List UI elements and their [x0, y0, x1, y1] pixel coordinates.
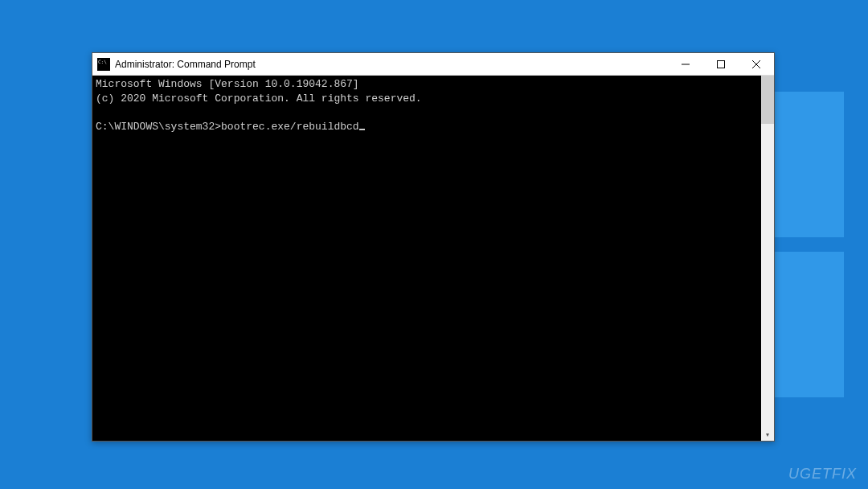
terminal-command: bootrec.exe/rebuildbcd — [221, 121, 359, 133]
titlebar[interactable]: Administrator: Command Prompt — [92, 53, 774, 76]
svg-rect-1 — [718, 60, 725, 68]
maximize-button[interactable] — [703, 53, 739, 75]
window-controls — [668, 53, 774, 75]
terminal-output[interactable]: Microsoft Windows [Version 10.0.19042.86… — [92, 76, 761, 441]
cursor-icon — [359, 129, 365, 130]
window-title: Administrator: Command Prompt — [115, 59, 668, 70]
terminal-area: Microsoft Windows [Version 10.0.19042.86… — [92, 76, 774, 441]
command-prompt-window: Administrator: Command Prompt Microsoft … — [92, 52, 775, 442]
minimize-button[interactable] — [668, 53, 703, 75]
vertical-scrollbar[interactable]: ▾ — [761, 76, 774, 441]
terminal-prompt: C:\WINDOWS\system32> — [96, 121, 221, 133]
cmd-icon — [97, 58, 110, 71]
maximize-icon — [717, 60, 725, 68]
minimize-icon — [682, 60, 690, 68]
close-icon — [752, 60, 760, 68]
scrollbar-down-arrow-icon[interactable]: ▾ — [761, 428, 774, 441]
scrollbar-thumb[interactable] — [761, 76, 774, 124]
watermark-text: UGETFIX — [788, 466, 857, 483]
close-button[interactable] — [739, 53, 774, 75]
terminal-line: Microsoft Windows [Version 10.0.19042.86… — [96, 78, 359, 90]
terminal-line: (c) 2020 Microsoft Corporation. All righ… — [96, 92, 422, 105]
